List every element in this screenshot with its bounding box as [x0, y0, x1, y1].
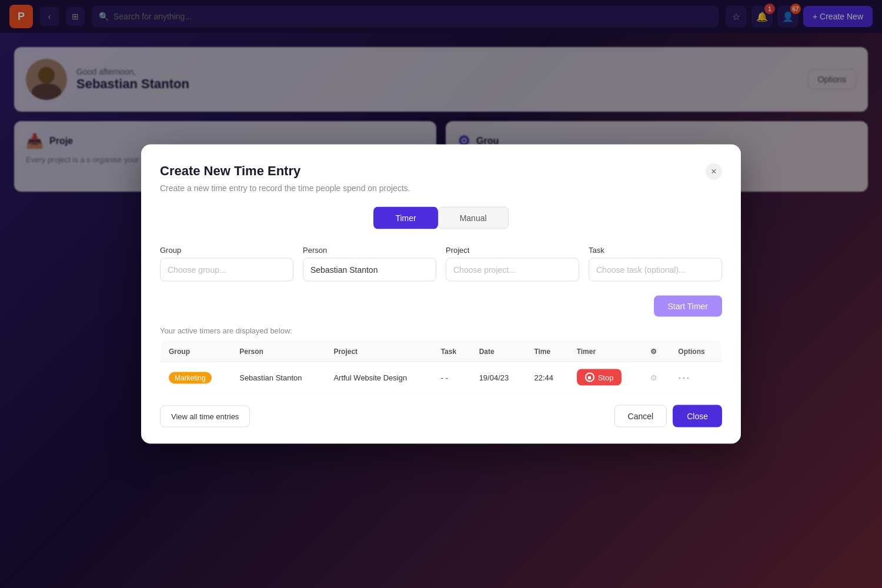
timers-section-label: Your active timers are displayed below: [160, 326, 722, 335]
group-field-container: Group [160, 246, 293, 282]
start-timer-row: Start Timer [160, 296, 722, 317]
task-label: Task [589, 246, 722, 255]
start-timer-button[interactable]: Start Timer [654, 296, 722, 317]
cell-settings[interactable]: ⚙ [642, 362, 670, 393]
stop-icon: ⏹ [585, 373, 594, 382]
cell-options: ··· [670, 362, 721, 393]
col-header-settings: ⚙ [642, 341, 670, 362]
cell-timer: ⏹ Stop [569, 362, 642, 393]
cell-task: - - [433, 362, 471, 393]
cell-project: Artful Website Design [325, 362, 432, 393]
stop-timer-button[interactable]: ⏹ Stop [577, 369, 622, 386]
view-all-entries-button[interactable]: View all time entries [160, 405, 250, 427]
project-input[interactable] [446, 258, 579, 282]
table-header-row: Group Person Project Task Date Time Time… [161, 341, 722, 362]
footer-actions: Cancel Close [614, 405, 722, 427]
modal-subtitle: Create a new time entry to record the ti… [160, 183, 722, 193]
col-header-time: Time [526, 341, 568, 362]
person-label: Person [303, 246, 436, 255]
form-fields: Group Person Project Task [160, 246, 722, 282]
project-label: Project [446, 246, 579, 255]
cell-date: 19/04/23 [471, 362, 526, 393]
person-field-container: Person [303, 246, 436, 282]
modal-footer: View all time entries Cancel Close [160, 405, 722, 427]
col-header-options: Options [670, 341, 721, 362]
person-input[interactable] [303, 258, 436, 282]
cell-person: Sebastian Stanton [231, 362, 325, 393]
active-timers-table: Group Person Project Task Date Time Time… [160, 341, 722, 393]
task-input[interactable] [589, 258, 722, 282]
modal-header: Create New Time Entry × [160, 163, 722, 180]
close-icon[interactable]: × [706, 163, 722, 180]
settings-icon[interactable]: ⚙ [650, 373, 657, 382]
stop-label: Stop [598, 373, 614, 382]
tab-manual[interactable]: Manual [438, 207, 509, 229]
modal-title: Create New Time Entry [160, 163, 300, 179]
create-time-entry-modal: Create New Time Entry × Create a new tim… [141, 145, 741, 444]
cell-time: 22:44 [526, 362, 568, 393]
col-header-project: Project [325, 341, 432, 362]
group-badge: Marketing [169, 372, 212, 383]
tab-row: Timer Manual [160, 207, 722, 229]
task-field-container: Task [589, 246, 722, 282]
col-header-date: Date [471, 341, 526, 362]
row-options-button[interactable]: ··· [678, 371, 690, 383]
col-header-task: Task [433, 341, 471, 362]
group-label: Group [160, 246, 293, 255]
tab-timer[interactable]: Timer [373, 207, 437, 229]
group-input[interactable] [160, 258, 293, 282]
col-header-group: Group [161, 341, 232, 362]
col-header-timer: Timer [569, 341, 642, 362]
cancel-button[interactable]: Cancel [614, 405, 667, 427]
col-header-person: Person [231, 341, 325, 362]
cell-group: Marketing [161, 362, 232, 393]
close-modal-button[interactable]: Close [673, 405, 722, 427]
table-row: Marketing Sebastian Stanton Artful Websi… [161, 362, 722, 393]
project-field-container: Project [446, 246, 579, 282]
